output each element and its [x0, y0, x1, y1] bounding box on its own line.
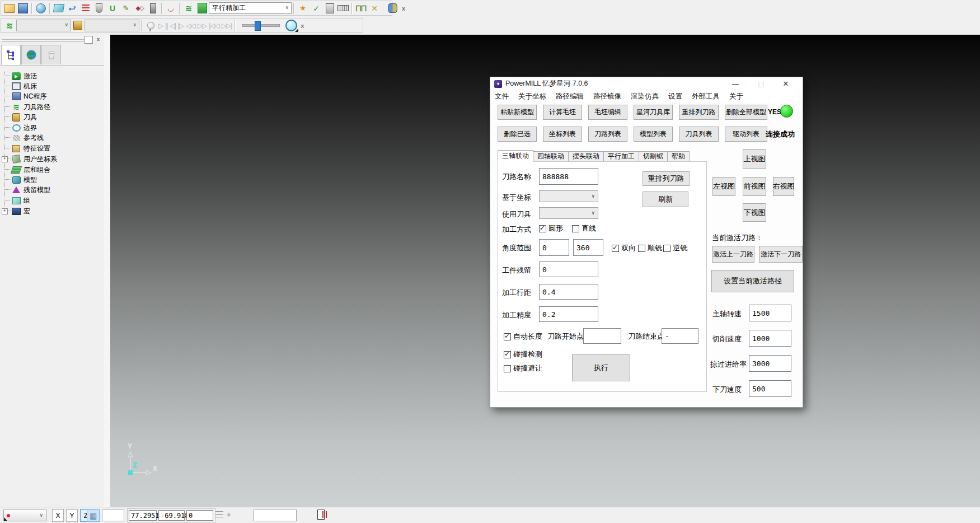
expand-icon[interactable]: +: [2, 156, 8, 162]
tab-saw[interactable]: 切割锯: [639, 151, 668, 162]
axis-y-button[interactable]: Y: [66, 509, 78, 522]
ruler-icon[interactable]: [337, 2, 349, 15]
pencil-curve-icon[interactable]: ✎: [120, 2, 132, 15]
start-point-input[interactable]: [583, 328, 621, 344]
toolpath-list-button[interactable]: 刀路列表: [588, 127, 627, 142]
maximize-icon[interactable]: ▢: [752, 77, 770, 90]
tree-item-toolpaths[interactable]: ≋刀具路径: [4, 102, 50, 112]
status-field-1[interactable]: [102, 510, 124, 521]
xyz-list-icon[interactable]: [215, 511, 223, 520]
drive-list-button[interactable]: 驱动列表: [725, 127, 767, 142]
tool-library-button[interactable]: 星河刀具库: [634, 105, 673, 120]
refresh-button[interactable]: 刷新: [643, 192, 688, 207]
arc-tool-icon[interactable]: ◡: [165, 2, 177, 15]
end-point-input[interactable]: [662, 328, 698, 344]
activate-prev-button[interactable]: 激活上一刀路: [712, 246, 754, 263]
delete-selected-button[interactable]: 删除已选: [498, 127, 537, 142]
close-icon[interactable]: ✕: [777, 77, 795, 90]
star-tool-icon[interactable]: ★: [297, 2, 309, 15]
use-tool-combobox[interactable]: ∨: [539, 207, 598, 219]
probe-icon[interactable]: ⌖: [227, 510, 231, 520]
plunge-feed-input[interactable]: [749, 380, 791, 397]
model-list-button[interactable]: 模型列表: [634, 127, 673, 142]
step-forward-icon[interactable]: |▷: [178, 22, 184, 30]
tree-item-stock-models[interactable]: 残留模型: [4, 185, 50, 195]
tree-item-patterns[interactable]: 参考线: [4, 133, 44, 143]
auto-length-checkbox[interactable]: [504, 333, 511, 340]
save-icon[interactable]: [17, 2, 29, 15]
climb-checkbox[interactable]: [638, 245, 645, 252]
view-left-button[interactable]: 左视图: [712, 177, 735, 196]
view-bottom-button[interactable]: 下视图: [743, 203, 766, 222]
status-combobox[interactable]: ∨: [3, 510, 46, 521]
tab-explorer-globe[interactable]: [21, 45, 41, 64]
rearrange-toolpaths-button[interactable]: 重排列刀路: [679, 105, 719, 120]
speed-slider[interactable]: [242, 24, 280, 27]
bidirectional-checkbox[interactable]: [612, 245, 619, 252]
circle-checkbox[interactable]: [539, 225, 546, 232]
tab-3axis[interactable]: 三轴联动: [498, 150, 533, 162]
fast-forward-icon[interactable]: ▷▷: [198, 22, 207, 30]
tree-item-macros[interactable]: +宏: [4, 206, 30, 216]
cutting-speed-input[interactable]: [749, 330, 791, 347]
set-active-path-button[interactable]: 设置当前激活路径: [711, 270, 794, 292]
tree-item-activate[interactable]: ▶激活: [4, 71, 37, 81]
tab-help[interactable]: 帮助: [668, 151, 690, 162]
status-field-2[interactable]: [254, 510, 297, 521]
toolpath-spring-icon[interactable]: ≋: [3, 20, 16, 32]
paste-model-button[interactable]: 粘贴新模型: [498, 105, 537, 120]
menu-about-coords[interactable]: 关于坐标: [518, 92, 546, 101]
base-coord-combobox[interactable]: ∨: [539, 190, 598, 202]
rewind-icon[interactable]: ◁◁: [186, 22, 195, 30]
sim-tool-combobox[interactable]: ∨: [85, 20, 139, 31]
drill-tool-icon[interactable]: [147, 2, 159, 15]
collision-check-checkbox[interactable]: [504, 351, 511, 358]
view-front-button[interactable]: 前视图: [743, 177, 766, 196]
cross-tools-icon[interactable]: ✕: [368, 2, 381, 15]
tab-head-tilt[interactable]: 摆头联动: [569, 151, 604, 162]
toolbar-close-icon[interactable]: x: [298, 22, 307, 29]
menu-path-mirror[interactable]: 路径镜像: [593, 92, 621, 101]
menu-render-sim[interactable]: 渲染仿真: [631, 92, 659, 101]
block-icon[interactable]: [53, 2, 65, 15]
ball-tool-icon[interactable]: [93, 2, 105, 15]
minimize-icon[interactable]: —: [726, 77, 744, 90]
red-lines-icon[interactable]: [79, 2, 92, 15]
rearrange-button[interactable]: 重排列刀路: [643, 171, 690, 186]
tab-4axis[interactable]: 四轴联动: [533, 151, 569, 162]
delete-all-models-button[interactable]: 删除全部模型: [725, 105, 767, 120]
menu-settings[interactable]: 设置: [668, 92, 682, 101]
tab-parallel[interactable]: 平行加工: [604, 151, 639, 162]
view-right-button[interactable]: 右视图: [773, 177, 794, 196]
grid-icon[interactable]: ▦: [87, 509, 100, 522]
line-checkbox[interactable]: [572, 225, 579, 232]
toolbar-close-icon[interactable]: x: [399, 5, 408, 12]
tree-item-workplanes[interactable]: +用户坐标系: [4, 154, 57, 164]
menu-path-edit[interactable]: 路径编辑: [556, 92, 584, 101]
stepover-input[interactable]: [539, 284, 598, 300]
slider-handle[interactable]: [255, 21, 261, 31]
tree-item-boundaries[interactable]: 边界: [4, 123, 37, 133]
sim-toolpath-combobox[interactable]: ∨: [16, 20, 71, 31]
angle-start-input[interactable]: [539, 239, 569, 256]
angle-end-input[interactable]: [573, 239, 603, 256]
tool-pair-icon[interactable]: ⨅⨅: [355, 2, 367, 15]
folder-open-icon[interactable]: [3, 2, 16, 15]
axis-x-button[interactable]: X: [52, 509, 64, 522]
panel-float-icon[interactable]: [85, 36, 93, 44]
pause-icon[interactable]: ||: [165, 22, 167, 30]
dialog-titlebar[interactable]: ✦ PowerMILL 忆梦星河 7.0.6 — ▢ ✕: [490, 77, 803, 90]
green-list-icon[interactable]: [196, 2, 208, 15]
tab-explorer-trash[interactable]: [41, 45, 61, 64]
tools-icon[interactable]: [72, 20, 84, 32]
calculator-icon[interactable]: [323, 2, 336, 15]
thickness-input[interactable]: [539, 262, 598, 277]
execute-button[interactable]: 执行: [572, 354, 630, 381]
play-icon[interactable]: ▷: [158, 22, 163, 30]
tree-item-feature-sets[interactable]: 特征设置: [4, 143, 50, 153]
cylinder-pair-icon[interactable]: [386, 2, 398, 15]
tree-item-nc-programs[interactable]: NC程序: [4, 91, 46, 101]
panel-close-icon[interactable]: x: [95, 36, 102, 43]
tab-explorer-tree[interactable]: [1, 45, 21, 66]
polyline-icon[interactable]: ⮐: [66, 2, 78, 15]
